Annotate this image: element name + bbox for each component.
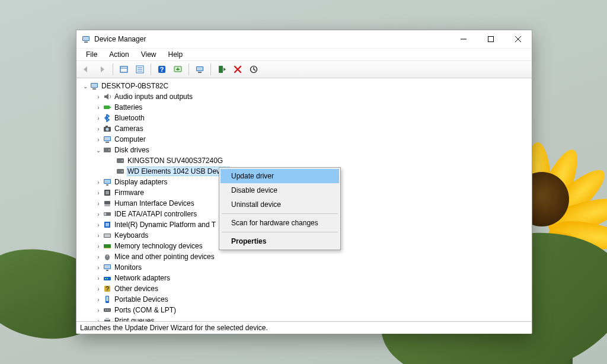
svg-rect-2 xyxy=(83,37,89,40)
expand-icon[interactable]: › xyxy=(94,126,103,132)
svg-rect-57 xyxy=(106,270,108,271)
audio-icon xyxy=(103,92,112,101)
expand-icon[interactable]: › xyxy=(94,222,103,228)
svg-rect-50 xyxy=(104,234,110,237)
svg-rect-25 xyxy=(110,107,111,108)
menu-action[interactable]: Action xyxy=(103,49,135,60)
menubar: File Action View Help xyxy=(76,48,532,61)
expand-icon[interactable]: › xyxy=(94,179,103,186)
tree-item[interactable]: ⌄DESKTOP-0BST82C xyxy=(79,81,532,91)
expand-icon[interactable]: › xyxy=(94,104,103,111)
tree-item[interactable]: ›Monitors xyxy=(79,262,532,273)
menu-view[interactable]: View xyxy=(135,49,162,60)
close-button[interactable] xyxy=(504,30,532,48)
expand-icon[interactable]: › xyxy=(94,254,103,260)
update-driver-button[interactable] xyxy=(171,62,185,76)
ctx-uninstall-device[interactable]: Uninstall device xyxy=(221,197,339,212)
tree-item[interactable]: ›?Other devices xyxy=(79,283,532,294)
svg-point-37 xyxy=(122,171,123,172)
expand-icon[interactable]: › xyxy=(94,136,103,143)
show-hidden-button[interactable] xyxy=(117,62,131,76)
ctx-disable-device[interactable]: Disable device xyxy=(221,183,339,197)
expand-icon[interactable]: › xyxy=(94,211,103,218)
svg-point-33 xyxy=(108,149,110,151)
ctx-update-driver[interactable]: Update driver xyxy=(221,169,339,183)
svg-point-27 xyxy=(106,127,108,130)
tree-item[interactable]: ›Batteries xyxy=(79,102,532,113)
tree-item-label: Disk drives xyxy=(114,146,149,154)
memtech-icon xyxy=(103,241,112,251)
collapse-icon[interactable]: ⌄ xyxy=(81,83,90,90)
ports-icon xyxy=(103,305,112,315)
tree-pane[interactable]: ⌄DESKTOP-0BST82C›Audio inputs and output… xyxy=(76,78,532,322)
tree-item[interactable]: ›Portable Devices xyxy=(79,294,532,305)
display-icon xyxy=(103,177,112,187)
firmware-icon xyxy=(103,188,112,197)
tree-item[interactable]: ⌄Disk drives xyxy=(79,145,532,155)
svg-rect-19 xyxy=(219,66,223,73)
tree-item[interactable]: ›Computer xyxy=(79,134,532,145)
tree-item[interactable]: KINGSTON SUV400S37240G xyxy=(79,155,532,166)
expand-icon[interactable]: › xyxy=(94,307,103,314)
svg-rect-48 xyxy=(106,223,109,226)
monitor-button[interactable] xyxy=(193,62,207,76)
tree-item-label: Network adapters xyxy=(114,274,170,282)
expand-icon[interactable]: › xyxy=(94,264,103,271)
disk-icon xyxy=(116,156,125,165)
expand-icon[interactable]: › xyxy=(94,232,103,239)
tree-item-label: Mice and other pointing devices xyxy=(114,253,215,261)
back-button[interactable] xyxy=(79,62,93,76)
tree-item[interactable]: ›Network adapters xyxy=(79,273,532,283)
ide-icon xyxy=(103,209,112,219)
menu-file[interactable]: File xyxy=(80,49,103,60)
tree-item[interactable]: ›Audio inputs and outputs xyxy=(79,91,532,102)
expand-icon[interactable]: › xyxy=(94,243,103,250)
expand-icon[interactable]: › xyxy=(94,318,103,323)
expand-icon[interactable]: › xyxy=(94,190,103,196)
tree-item-label: Intel(R) Dynamic Platform and T xyxy=(114,221,216,229)
scan-hardware-button[interactable] xyxy=(247,62,261,76)
expand-icon[interactable]: › xyxy=(94,200,103,207)
tree-item-label: Other devices xyxy=(114,285,158,293)
disk-icon xyxy=(116,167,125,176)
tree-item-label: Audio inputs and outputs xyxy=(114,92,193,101)
tree-item[interactable]: ›Ports (COM & LPT) xyxy=(79,305,532,315)
context-menu: Update driver Disable device Uninstall d… xyxy=(219,167,341,250)
svg-rect-42 xyxy=(106,191,109,194)
ctx-scan-hardware[interactable]: Scan for hardware changes xyxy=(221,216,339,230)
maximize-button[interactable] xyxy=(477,30,504,48)
minimize-button[interactable] xyxy=(450,30,477,48)
expand-icon[interactable]: › xyxy=(94,296,103,303)
tree-item-label: Firmware xyxy=(114,189,144,197)
toolbar-separator xyxy=(113,63,113,75)
tree-item[interactable]: ›Print queues xyxy=(79,315,532,322)
properties-button[interactable] xyxy=(133,62,147,76)
menu-help[interactable]: Help xyxy=(162,49,189,60)
tree-item[interactable]: ›Bluetooth xyxy=(79,113,532,123)
svg-rect-39 xyxy=(104,180,110,183)
svg-point-67 xyxy=(107,309,108,311)
tree-item-label: Cameras xyxy=(114,124,143,133)
tree-item-label: DESKTOP-0BST82C xyxy=(101,82,168,90)
toolbar: ? xyxy=(76,61,532,78)
ctx-properties[interactable]: Properties xyxy=(221,234,339,248)
svg-point-68 xyxy=(108,309,110,311)
tree-item[interactable]: ›Mice and other pointing devices xyxy=(79,251,532,262)
help-button[interactable]: ? xyxy=(155,62,169,76)
svg-rect-64 xyxy=(106,296,108,301)
tree-item-label: Bluetooth xyxy=(114,114,145,122)
expand-icon[interactable]: › xyxy=(94,115,103,122)
expand-icon[interactable]: › xyxy=(94,94,103,100)
svg-rect-46 xyxy=(104,213,106,215)
expand-icon[interactable]: › xyxy=(94,286,103,292)
forward-button[interactable] xyxy=(95,62,109,76)
titlebar[interactable]: Device Manager xyxy=(76,30,532,48)
expand-icon[interactable]: › xyxy=(94,275,103,282)
battery-icon xyxy=(103,103,112,112)
uninstall-button[interactable] xyxy=(231,62,245,76)
enable-device-button[interactable] xyxy=(215,62,229,76)
svg-rect-7 xyxy=(120,66,127,72)
tree-item[interactable]: ›Cameras xyxy=(79,123,532,134)
tree-item-label: Print queues xyxy=(114,317,154,322)
collapse-icon[interactable]: ⌄ xyxy=(94,147,103,154)
